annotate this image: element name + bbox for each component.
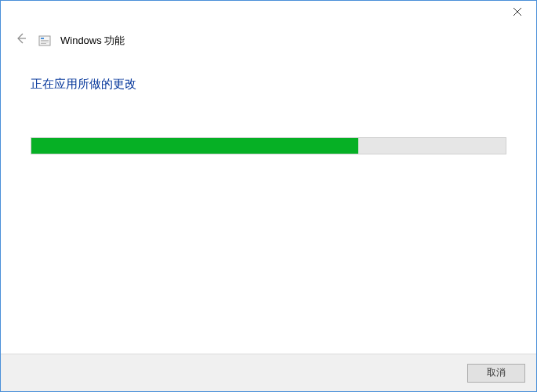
content-area: 正在应用所做的更改: [1, 61, 536, 354]
status-heading: 正在应用所做的更改: [31, 77, 506, 92]
progress-bar: [31, 137, 506, 154]
svg-rect-5: [41, 40, 49, 41]
close-button[interactable]: [502, 1, 533, 23]
back-arrow-icon: [12, 31, 31, 50]
cancel-button[interactable]: 取消: [467, 364, 525, 383]
footer: 取消: [1, 354, 536, 391]
svg-rect-7: [41, 43, 46, 44]
close-icon: [513, 8, 521, 16]
app-title: Windows 功能: [60, 34, 125, 48]
titlebar: [1, 1, 536, 24]
progress-fill: [31, 138, 358, 154]
header: Windows 功能: [1, 24, 536, 61]
windows-features-icon: [38, 34, 53, 48]
dialog-window: Windows 功能 正在应用所做的更改 取消: [0, 0, 537, 392]
svg-rect-4: [41, 38, 44, 39]
svg-rect-6: [41, 42, 49, 42]
